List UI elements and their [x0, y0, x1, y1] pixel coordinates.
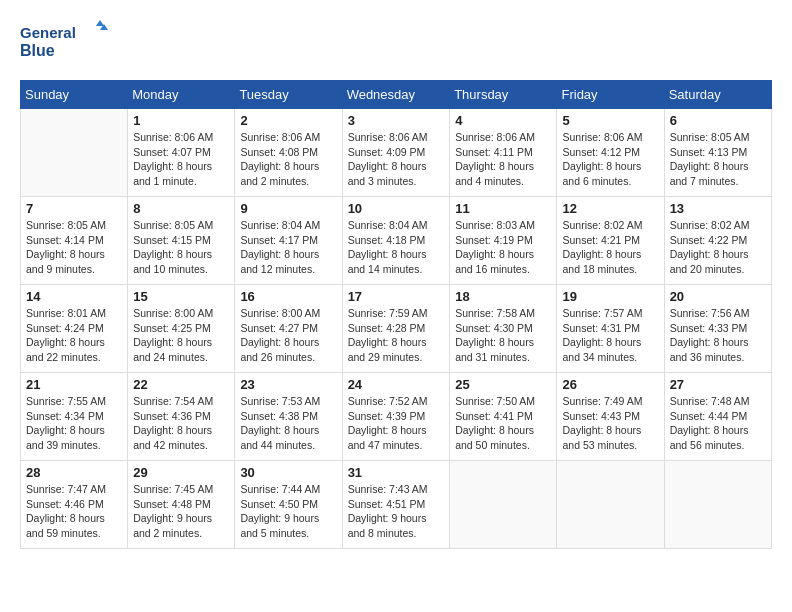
calendar-day-cell: 7Sunrise: 8:05 AMSunset: 4:14 PMDaylight… [21, 197, 128, 285]
calendar-day-cell: 26Sunrise: 7:49 AMSunset: 4:43 PMDayligh… [557, 373, 664, 461]
day-info: Sunrise: 8:04 AMSunset: 4:17 PMDaylight:… [240, 218, 336, 277]
calendar-day-cell: 19Sunrise: 7:57 AMSunset: 4:31 PMDayligh… [557, 285, 664, 373]
day-info: Sunrise: 8:05 AMSunset: 4:15 PMDaylight:… [133, 218, 229, 277]
day-number: 17 [348, 289, 445, 304]
calendar-day-cell: 3Sunrise: 8:06 AMSunset: 4:09 PMDaylight… [342, 109, 450, 197]
day-number: 2 [240, 113, 336, 128]
calendar-day-cell: 22Sunrise: 7:54 AMSunset: 4:36 PMDayligh… [128, 373, 235, 461]
calendar-day-cell: 20Sunrise: 7:56 AMSunset: 4:33 PMDayligh… [664, 285, 771, 373]
calendar-day-cell: 27Sunrise: 7:48 AMSunset: 4:44 PMDayligh… [664, 373, 771, 461]
calendar-week-row: 14Sunrise: 8:01 AMSunset: 4:24 PMDayligh… [21, 285, 772, 373]
day-number: 12 [562, 201, 658, 216]
day-number: 18 [455, 289, 551, 304]
day-info: Sunrise: 7:47 AMSunset: 4:46 PMDaylight:… [26, 482, 122, 541]
day-number: 28 [26, 465, 122, 480]
calendar-day-cell: 2Sunrise: 8:06 AMSunset: 4:08 PMDaylight… [235, 109, 342, 197]
day-info: Sunrise: 8:05 AMSunset: 4:13 PMDaylight:… [670, 130, 766, 189]
calendar-day-cell: 11Sunrise: 8:03 AMSunset: 4:19 PMDayligh… [450, 197, 557, 285]
day-number: 10 [348, 201, 445, 216]
day-of-week-header: Tuesday [235, 81, 342, 109]
day-number: 1 [133, 113, 229, 128]
calendar-day-cell: 16Sunrise: 8:00 AMSunset: 4:27 PMDayligh… [235, 285, 342, 373]
day-info: Sunrise: 7:53 AMSunset: 4:38 PMDaylight:… [240, 394, 336, 453]
day-info: Sunrise: 7:52 AMSunset: 4:39 PMDaylight:… [348, 394, 445, 453]
day-number: 13 [670, 201, 766, 216]
day-number: 20 [670, 289, 766, 304]
calendar-header-row: SundayMondayTuesdayWednesdayThursdayFrid… [21, 81, 772, 109]
day-number: 9 [240, 201, 336, 216]
calendar-day-cell: 24Sunrise: 7:52 AMSunset: 4:39 PMDayligh… [342, 373, 450, 461]
day-info: Sunrise: 7:55 AMSunset: 4:34 PMDaylight:… [26, 394, 122, 453]
day-number: 22 [133, 377, 229, 392]
day-info: Sunrise: 7:43 AMSunset: 4:51 PMDaylight:… [348, 482, 445, 541]
calendar-day-cell: 14Sunrise: 8:01 AMSunset: 4:24 PMDayligh… [21, 285, 128, 373]
calendar-day-cell: 9Sunrise: 8:04 AMSunset: 4:17 PMDaylight… [235, 197, 342, 285]
svg-text:General: General [20, 24, 76, 41]
day-number: 8 [133, 201, 229, 216]
svg-marker-2 [96, 20, 104, 26]
day-info: Sunrise: 8:06 AMSunset: 4:09 PMDaylight:… [348, 130, 445, 189]
calendar-day-cell: 18Sunrise: 7:58 AMSunset: 4:30 PMDayligh… [450, 285, 557, 373]
calendar-day-cell: 31Sunrise: 7:43 AMSunset: 4:51 PMDayligh… [342, 461, 450, 549]
day-info: Sunrise: 8:06 AMSunset: 4:07 PMDaylight:… [133, 130, 229, 189]
calendar-day-cell: 15Sunrise: 8:00 AMSunset: 4:25 PMDayligh… [128, 285, 235, 373]
day-number: 5 [562, 113, 658, 128]
calendar-day-cell: 1Sunrise: 8:06 AMSunset: 4:07 PMDaylight… [128, 109, 235, 197]
calendar-day-cell: 12Sunrise: 8:02 AMSunset: 4:21 PMDayligh… [557, 197, 664, 285]
day-info: Sunrise: 8:01 AMSunset: 4:24 PMDaylight:… [26, 306, 122, 365]
day-of-week-header: Wednesday [342, 81, 450, 109]
day-number: 19 [562, 289, 658, 304]
calendar-day-cell: 8Sunrise: 8:05 AMSunset: 4:15 PMDaylight… [128, 197, 235, 285]
calendar-day-cell: 21Sunrise: 7:55 AMSunset: 4:34 PMDayligh… [21, 373, 128, 461]
day-info: Sunrise: 7:44 AMSunset: 4:50 PMDaylight:… [240, 482, 336, 541]
calendar-week-row: 28Sunrise: 7:47 AMSunset: 4:46 PMDayligh… [21, 461, 772, 549]
day-number: 11 [455, 201, 551, 216]
calendar-day-cell: 30Sunrise: 7:44 AMSunset: 4:50 PMDayligh… [235, 461, 342, 549]
day-info: Sunrise: 8:03 AMSunset: 4:19 PMDaylight:… [455, 218, 551, 277]
calendar-week-row: 1Sunrise: 8:06 AMSunset: 4:07 PMDaylight… [21, 109, 772, 197]
day-number: 3 [348, 113, 445, 128]
day-info: Sunrise: 8:06 AMSunset: 4:12 PMDaylight:… [562, 130, 658, 189]
calendar-day-cell: 6Sunrise: 8:05 AMSunset: 4:13 PMDaylight… [664, 109, 771, 197]
day-number: 31 [348, 465, 445, 480]
calendar-day-cell [450, 461, 557, 549]
logo: General Blue [20, 20, 110, 64]
day-info: Sunrise: 7:58 AMSunset: 4:30 PMDaylight:… [455, 306, 551, 365]
day-number: 21 [26, 377, 122, 392]
calendar-day-cell: 25Sunrise: 7:50 AMSunset: 4:41 PMDayligh… [450, 373, 557, 461]
day-of-week-header: Friday [557, 81, 664, 109]
day-info: Sunrise: 8:02 AMSunset: 4:21 PMDaylight:… [562, 218, 658, 277]
day-number: 14 [26, 289, 122, 304]
day-info: Sunrise: 7:54 AMSunset: 4:36 PMDaylight:… [133, 394, 229, 453]
calendar-day-cell: 5Sunrise: 8:06 AMSunset: 4:12 PMDaylight… [557, 109, 664, 197]
calendar-day-cell: 23Sunrise: 7:53 AMSunset: 4:38 PMDayligh… [235, 373, 342, 461]
calendar-day-cell: 17Sunrise: 7:59 AMSunset: 4:28 PMDayligh… [342, 285, 450, 373]
day-info: Sunrise: 8:00 AMSunset: 4:25 PMDaylight:… [133, 306, 229, 365]
calendar-day-cell: 10Sunrise: 8:04 AMSunset: 4:18 PMDayligh… [342, 197, 450, 285]
calendar-day-cell [21, 109, 128, 197]
day-number: 26 [562, 377, 658, 392]
calendar-day-cell [557, 461, 664, 549]
day-info: Sunrise: 7:50 AMSunset: 4:41 PMDaylight:… [455, 394, 551, 453]
day-number: 4 [455, 113, 551, 128]
day-number: 15 [133, 289, 229, 304]
day-info: Sunrise: 8:02 AMSunset: 4:22 PMDaylight:… [670, 218, 766, 277]
day-info: Sunrise: 8:04 AMSunset: 4:18 PMDaylight:… [348, 218, 445, 277]
day-number: 30 [240, 465, 336, 480]
day-number: 24 [348, 377, 445, 392]
day-info: Sunrise: 8:06 AMSunset: 4:08 PMDaylight:… [240, 130, 336, 189]
day-number: 16 [240, 289, 336, 304]
day-info: Sunrise: 7:48 AMSunset: 4:44 PMDaylight:… [670, 394, 766, 453]
day-number: 6 [670, 113, 766, 128]
day-number: 27 [670, 377, 766, 392]
day-of-week-header: Saturday [664, 81, 771, 109]
day-of-week-header: Sunday [21, 81, 128, 109]
calendar-day-cell: 28Sunrise: 7:47 AMSunset: 4:46 PMDayligh… [21, 461, 128, 549]
day-of-week-header: Thursday [450, 81, 557, 109]
calendar-day-cell: 13Sunrise: 8:02 AMSunset: 4:22 PMDayligh… [664, 197, 771, 285]
svg-text:Blue: Blue [20, 42, 55, 59]
day-number: 29 [133, 465, 229, 480]
day-info: Sunrise: 7:49 AMSunset: 4:43 PMDaylight:… [562, 394, 658, 453]
day-info: Sunrise: 8:06 AMSunset: 4:11 PMDaylight:… [455, 130, 551, 189]
calendar-week-row: 7Sunrise: 8:05 AMSunset: 4:14 PMDaylight… [21, 197, 772, 285]
